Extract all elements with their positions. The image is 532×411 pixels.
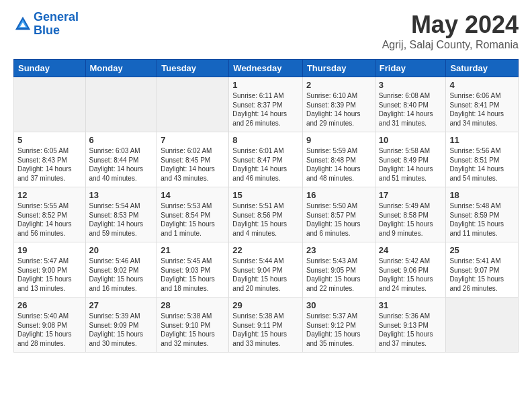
day-info: Sunrise: 6:05 AM Sunset: 8:43 PM Dayligh…	[17, 146, 82, 183]
calendar-cell: 28Sunrise: 5:38 AM Sunset: 9:10 PM Dayli…	[157, 298, 229, 353]
day-number: 13	[89, 190, 154, 200]
day-info: Sunrise: 5:54 AM Sunset: 8:53 PM Dayligh…	[89, 201, 154, 238]
day-number: 16	[306, 190, 371, 200]
calendar-cell: 6Sunrise: 6:03 AM Sunset: 8:44 PM Daylig…	[85, 132, 157, 187]
calendar-cell	[157, 77, 229, 132]
day-info: Sunrise: 5:58 AM Sunset: 8:49 PM Dayligh…	[379, 146, 443, 183]
day-number: 29	[232, 300, 299, 310]
weekday-header-saturday: Saturday	[446, 60, 519, 77]
calendar-cell: 15Sunrise: 5:51 AM Sunset: 8:56 PM Dayli…	[229, 187, 303, 242]
calendar-cell	[446, 298, 519, 353]
day-number: 17	[379, 190, 443, 200]
calendar-cell: 18Sunrise: 5:48 AM Sunset: 8:59 PM Dayli…	[446, 187, 519, 242]
day-info: Sunrise: 5:55 AM Sunset: 8:52 PM Dayligh…	[17, 201, 82, 238]
day-number: 9	[306, 135, 371, 145]
day-number: 1	[232, 80, 299, 90]
day-number: 25	[449, 245, 515, 255]
main-title: May 2024	[382, 11, 519, 39]
day-info: Sunrise: 5:49 AM Sunset: 8:58 PM Dayligh…	[379, 201, 443, 238]
calendar-cell: 20Sunrise: 5:46 AM Sunset: 9:02 PM Dayli…	[85, 242, 157, 298]
calendar-week-2: 5Sunrise: 6:05 AM Sunset: 8:43 PM Daylig…	[14, 132, 519, 187]
calendar-week-5: 26Sunrise: 5:40 AM Sunset: 9:08 PM Dayli…	[14, 298, 519, 353]
day-info: Sunrise: 6:10 AM Sunset: 8:39 PM Dayligh…	[306, 91, 371, 128]
day-number: 22	[232, 245, 299, 255]
day-info: Sunrise: 5:42 AM Sunset: 9:06 PM Dayligh…	[379, 257, 443, 293]
calendar-cell: 12Sunrise: 5:55 AM Sunset: 8:52 PM Dayli…	[14, 187, 86, 242]
calendar-cell: 24Sunrise: 5:42 AM Sunset: 9:06 PM Dayli…	[375, 242, 446, 298]
day-info: Sunrise: 5:37 AM Sunset: 9:12 PM Dayligh…	[306, 312, 371, 348]
subtitle: Agrij, Salaj County, Romania	[382, 39, 519, 51]
title-area: May 2024 Agrij, Salaj County, Romania	[382, 11, 519, 51]
day-info: Sunrise: 6:08 AM Sunset: 8:40 PM Dayligh…	[379, 91, 443, 128]
day-number: 10	[379, 135, 443, 145]
day-number: 27	[89, 300, 154, 310]
day-number: 19	[17, 245, 82, 255]
day-info: Sunrise: 5:45 AM Sunset: 9:03 PM Dayligh…	[161, 257, 225, 293]
logo-line2: Blue	[34, 24, 60, 37]
day-number: 5	[17, 135, 82, 145]
calendar-cell: 23Sunrise: 5:43 AM Sunset: 9:05 PM Dayli…	[302, 242, 375, 298]
weekday-header-row: SundayMondayTuesdayWednesdayThursdayFrid…	[14, 60, 519, 77]
day-info: Sunrise: 5:56 AM Sunset: 8:51 PM Dayligh…	[449, 146, 515, 183]
calendar-cell: 2Sunrise: 6:10 AM Sunset: 8:39 PM Daylig…	[302, 77, 375, 132]
calendar-cell	[85, 77, 157, 132]
logo-line1: General	[34, 10, 79, 24]
day-number: 31	[379, 300, 443, 310]
day-info: Sunrise: 6:06 AM Sunset: 8:41 PM Dayligh…	[449, 91, 515, 128]
calendar-week-1: 1Sunrise: 6:11 AM Sunset: 8:37 PM Daylig…	[14, 77, 519, 132]
calendar-week-4: 19Sunrise: 5:47 AM Sunset: 9:00 PM Dayli…	[14, 242, 519, 298]
calendar-cell: 9Sunrise: 5:59 AM Sunset: 8:48 PM Daylig…	[302, 132, 375, 187]
weekday-header-sunday: Sunday	[14, 60, 86, 77]
day-number: 14	[161, 190, 225, 200]
day-info: Sunrise: 5:44 AM Sunset: 9:04 PM Dayligh…	[232, 257, 299, 293]
day-number: 6	[89, 135, 154, 145]
calendar-week-3: 12Sunrise: 5:55 AM Sunset: 8:52 PM Dayli…	[14, 187, 519, 242]
day-number: 4	[449, 80, 515, 90]
day-info: Sunrise: 5:47 AM Sunset: 9:00 PM Dayligh…	[17, 257, 82, 293]
day-info: Sunrise: 5:43 AM Sunset: 9:05 PM Dayligh…	[306, 257, 371, 293]
calendar-cell: 21Sunrise: 5:45 AM Sunset: 9:03 PM Dayli…	[157, 242, 229, 298]
calendar-cell: 30Sunrise: 5:37 AM Sunset: 9:12 PM Dayli…	[302, 298, 375, 353]
calendar-cell: 4Sunrise: 6:06 AM Sunset: 8:41 PM Daylig…	[446, 77, 519, 132]
day-number: 24	[379, 245, 443, 255]
calendar-cell	[14, 77, 86, 132]
day-number: 12	[17, 190, 82, 200]
day-info: Sunrise: 6:03 AM Sunset: 8:44 PM Dayligh…	[89, 146, 154, 183]
calendar-cell: 5Sunrise: 6:05 AM Sunset: 8:43 PM Daylig…	[14, 132, 86, 187]
day-info: Sunrise: 5:46 AM Sunset: 9:02 PM Dayligh…	[89, 257, 154, 293]
calendar-cell: 16Sunrise: 5:50 AM Sunset: 8:57 PM Dayli…	[302, 187, 375, 242]
day-number: 26	[17, 300, 82, 310]
day-number: 21	[161, 245, 225, 255]
calendar-cell: 25Sunrise: 5:41 AM Sunset: 9:07 PM Dayli…	[446, 242, 519, 298]
day-number: 28	[161, 300, 225, 310]
day-info: Sunrise: 5:36 AM Sunset: 9:13 PM Dayligh…	[379, 312, 443, 348]
calendar-table: SundayMondayTuesdayWednesdayThursdayFrid…	[13, 59, 519, 353]
day-info: Sunrise: 6:02 AM Sunset: 8:45 PM Dayligh…	[161, 146, 225, 183]
day-info: Sunrise: 5:38 AM Sunset: 9:11 PM Dayligh…	[232, 312, 299, 348]
day-number: 11	[449, 135, 515, 145]
weekday-header-tuesday: Tuesday	[157, 60, 229, 77]
day-info: Sunrise: 5:41 AM Sunset: 9:07 PM Dayligh…	[449, 257, 515, 293]
day-info: Sunrise: 6:11 AM Sunset: 8:37 PM Dayligh…	[232, 91, 299, 128]
day-info: Sunrise: 5:48 AM Sunset: 8:59 PM Dayligh…	[449, 201, 515, 238]
weekday-header-friday: Friday	[375, 60, 446, 77]
weekday-header-monday: Monday	[85, 60, 157, 77]
header: General Blue May 2024 Agrij, Salaj Count…	[13, 11, 519, 51]
page: General Blue May 2024 Agrij, Salaj Count…	[0, 0, 532, 359]
calendar-cell: 8Sunrise: 6:01 AM Sunset: 8:47 PM Daylig…	[229, 132, 303, 187]
calendar-cell: 17Sunrise: 5:49 AM Sunset: 8:58 PM Dayli…	[375, 187, 446, 242]
day-number: 23	[306, 245, 371, 255]
calendar-cell: 1Sunrise: 6:11 AM Sunset: 8:37 PM Daylig…	[229, 77, 303, 132]
day-info: Sunrise: 5:39 AM Sunset: 9:09 PM Dayligh…	[89, 312, 154, 348]
day-info: Sunrise: 5:59 AM Sunset: 8:48 PM Dayligh…	[306, 146, 371, 183]
day-number: 8	[232, 135, 299, 145]
calendar-cell: 26Sunrise: 5:40 AM Sunset: 9:08 PM Dayli…	[14, 298, 86, 353]
calendar-cell: 10Sunrise: 5:58 AM Sunset: 8:49 PM Dayli…	[375, 132, 446, 187]
day-info: Sunrise: 5:40 AM Sunset: 9:08 PM Dayligh…	[17, 312, 82, 348]
day-info: Sunrise: 6:01 AM Sunset: 8:47 PM Dayligh…	[232, 146, 299, 183]
day-info: Sunrise: 5:53 AM Sunset: 8:54 PM Dayligh…	[161, 201, 225, 238]
logo: General Blue	[13, 11, 79, 38]
logo-icon	[13, 15, 32, 34]
day-number: 18	[449, 190, 515, 200]
day-number: 30	[306, 300, 371, 310]
